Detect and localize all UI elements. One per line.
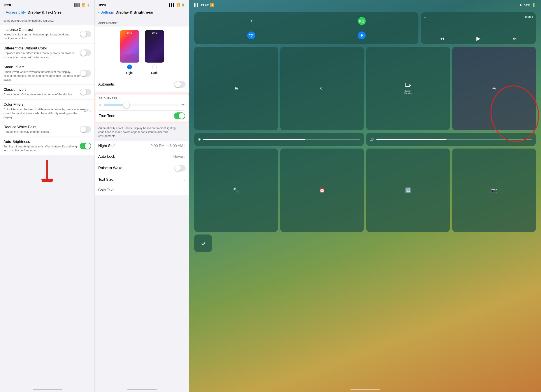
nav-bar-2: ‹ Settings Display & Brightness bbox=[95, 9, 189, 17]
screen-mirroring-label: ScreenMirroring bbox=[404, 90, 412, 94]
panel-accessibility: 3:28 ▌▌▌ 📶 🔋 ‹ Accessibility Display & T… bbox=[0, 0, 94, 392]
section-smart-invert: Smart Invert Smart Invert Colors reverse… bbox=[0, 62, 94, 85]
toggle-automatic[interactable] bbox=[174, 81, 186, 88]
cc-btn-clock[interactable]: ⏰ bbox=[280, 149, 364, 232]
calculator-icon: 🔢 bbox=[405, 187, 411, 193]
toggle-knob-automatic bbox=[175, 81, 181, 87]
true-tone-label: True Tone bbox=[99, 114, 115, 118]
row-night-shift[interactable]: Night Shift 9:00 PM to 8:00 AM bbox=[95, 141, 189, 151]
toggle-raise-to-wake[interactable] bbox=[174, 165, 186, 171]
cc-btn-calculator[interactable]: 🔢 bbox=[366, 149, 450, 232]
row-title-auto-brightness: Auto-Brightness bbox=[4, 139, 80, 144]
row-title-increase-contrast: Increase Contrast bbox=[4, 28, 80, 32]
section-night-shift: Night Shift 9:00 PM to 8:00 AM Auto-Lock… bbox=[95, 141, 189, 195]
signal-icon: ▌▌▌ bbox=[74, 3, 81, 7]
cc-btn-camera[interactable]: 📷 bbox=[452, 149, 536, 232]
cc-volume-fill bbox=[376, 139, 447, 140]
cc-btn-brightness-ctl[interactable]: ☀ bbox=[452, 47, 536, 130]
appearance-option-light[interactable]: 9:41 ✓ Light bbox=[120, 30, 139, 75]
signal-icon-2: ▌▌▌ bbox=[169, 3, 175, 7]
row-color-filters[interactable]: Color Filters Color filters can be used … bbox=[0, 100, 94, 122]
svg-rect-5 bbox=[406, 86, 409, 87]
row-subtitle-differentiate: Replaces user interface items that rely … bbox=[4, 51, 80, 59]
back-button-1[interactable]: ‹ Accessibility bbox=[4, 10, 26, 15]
toggle-true-tone[interactable] bbox=[174, 113, 185, 119]
next-track-icon[interactable]: ⏭ bbox=[513, 36, 517, 41]
brightness-label: BRIGHTNESS bbox=[99, 97, 185, 100]
phone-time-dark: 9:41 bbox=[152, 31, 157, 34]
cc-btn-flashlight[interactable]: 🔦 bbox=[194, 149, 278, 232]
cc-btn-wifi[interactable] bbox=[197, 29, 305, 41]
toggle-knob bbox=[80, 70, 86, 76]
cc-airplay-icon[interactable]: ⊞ bbox=[424, 15, 426, 18]
brightness-slider-thumb[interactable] bbox=[123, 102, 129, 108]
play-icon[interactable]: ▶ bbox=[476, 36, 480, 41]
toggle-classic-invert[interactable] bbox=[80, 89, 91, 95]
cc-volume-slider: 🔊 bbox=[366, 133, 536, 146]
cc-wifi-icon: 📶 bbox=[210, 3, 214, 7]
phone-waves-light bbox=[120, 47, 139, 62]
page-title-2: Display & Brightness bbox=[115, 10, 153, 15]
phone-preview-light: 9:41 bbox=[120, 30, 139, 63]
settings-list-2: APPEARANCE 9:41 ✓ Light bbox=[95, 17, 189, 385]
bluetooth-icon: ✱ bbox=[358, 31, 366, 39]
row-subtitle-smart-invert: Smart Invert Colors reverses the colors … bbox=[4, 70, 80, 82]
toggle-increase-contrast[interactable] bbox=[80, 31, 91, 37]
brightness-slider-fill bbox=[104, 105, 126, 105]
chevron-auto-lock bbox=[184, 154, 186, 159]
chevron-text-size bbox=[184, 177, 186, 182]
toggle-auto-brightness[interactable] bbox=[80, 143, 91, 150]
toggle-smart-invert[interactable] bbox=[80, 70, 91, 77]
row-text-size[interactable]: Text Size bbox=[95, 174, 189, 185]
prev-track-icon[interactable]: ⏮ bbox=[440, 36, 444, 41]
row-value-night-shift: 9:00 PM to 8:00 AM bbox=[151, 144, 186, 149]
chevron-night-shift bbox=[184, 144, 186, 149]
cc-btn-cellular[interactable]: ((·)) bbox=[307, 15, 416, 27]
appearance-section: 9:41 ✓ Light 9:41 Dark bbox=[95, 26, 189, 92]
settings-list-1: some backgrounds to increase legibility.… bbox=[0, 17, 94, 385]
row-title-differentiate: Differentiate Without Color bbox=[4, 46, 80, 51]
row-bold-text[interactable]: Bold Text bbox=[95, 185, 189, 195]
brightness-slider-track[interactable] bbox=[104, 105, 179, 105]
toggle-knob-raise bbox=[175, 165, 181, 171]
toggle-differentiate[interactable] bbox=[80, 49, 91, 56]
back-button-2[interactable]: ‹ Settings bbox=[98, 10, 114, 15]
row-increase-contrast: Increase Contrast Increase color contras… bbox=[0, 25, 94, 43]
cc-btn-do-not-disturb[interactable]: ☾ bbox=[280, 47, 364, 130]
screen-mirroring-icon bbox=[405, 83, 411, 89]
cc-btn-airplane[interactable]: ✈ bbox=[197, 15, 305, 27]
row-title-text-size: Text Size bbox=[98, 177, 113, 182]
cc-btn-bluetooth[interactable]: ✱ bbox=[307, 29, 416, 41]
status-icons-1: ▌▌▌ 📶 🔋 bbox=[74, 3, 90, 7]
bottom-bar-2 bbox=[95, 385, 189, 392]
row-content-increase-contrast: Increase Contrast Increase color contras… bbox=[4, 28, 80, 41]
cc-brightness-slider: ☀ bbox=[194, 133, 364, 146]
cc-btn-record[interactable]: ⊙ bbox=[194, 234, 212, 252]
wifi-icon-2: 📶 bbox=[176, 3, 180, 7]
row-title-classic-invert: Classic Invert bbox=[4, 88, 80, 92]
section-classic-invert: Classic Invert Classic Invert Colors rev… bbox=[0, 85, 94, 99]
color-filters-value: Off bbox=[84, 108, 89, 113]
appearance-option-dark[interactable]: 9:41 Dark bbox=[145, 30, 164, 75]
cc-btn-screen-mirroring[interactable]: ScreenMirroring bbox=[366, 47, 450, 130]
cc-btn-lock-rotation[interactable]: ⊕ bbox=[194, 47, 278, 130]
appearance-header: APPEARANCE bbox=[95, 17, 189, 26]
row-auto-lock[interactable]: Auto-Lock Never bbox=[95, 151, 189, 162]
section-increase-contrast: Increase Contrast Increase color contras… bbox=[0, 25, 94, 43]
row-subtitle-increase-contrast: Increase color contrast between app fore… bbox=[4, 33, 80, 41]
bottom-bar-3 bbox=[189, 385, 541, 392]
row-title-smart-invert: Smart Invert bbox=[4, 65, 80, 69]
toggle-reduce-white[interactable] bbox=[80, 126, 91, 133]
row-subtitle-color-filters: Color filters can be used to differentia… bbox=[4, 107, 84, 119]
cc-brightness-fill bbox=[203, 139, 305, 140]
volume-slider-icon: 🔊 bbox=[370, 137, 374, 142]
status-bar-1: 3:28 ▌▌▌ 📶 🔋 bbox=[0, 0, 94, 9]
section-auto-brightness: Auto-Brightness Turning off auto-brightn… bbox=[0, 137, 94, 155]
row-content-smart-invert: Smart Invert Smart Invert Colors reverse… bbox=[4, 65, 80, 82]
cc-brightness-track[interactable] bbox=[203, 139, 360, 140]
row-title-bold-text: Bold Text bbox=[98, 188, 114, 192]
status-time-1: 3:28 bbox=[4, 3, 11, 7]
nav-bar-1: ‹ Accessibility Display & Text Size bbox=[0, 9, 94, 17]
cc-volume-track[interactable] bbox=[376, 139, 532, 140]
screen-mirror-svg bbox=[405, 83, 411, 88]
